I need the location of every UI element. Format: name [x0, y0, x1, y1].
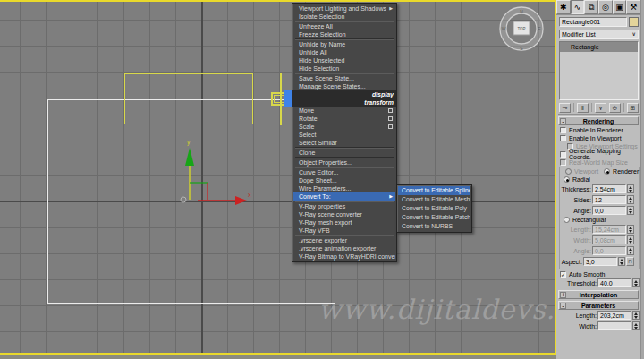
radio-row: Renderer	[600, 167, 639, 175]
spinner-down-icon[interactable]	[633, 283, 639, 286]
spinner[interactable]	[632, 321, 640, 330]
rollout-interpolation[interactable]: + Interpolation	[558, 290, 639, 299]
menu-item[interactable]: Isolate Selection	[293, 13, 395, 21]
radio-row: Viewport	[562, 167, 598, 175]
submenu-item[interactable]: Convert to NURBS	[398, 222, 470, 231]
spinner-down-icon[interactable]	[628, 200, 633, 203]
rollout-parameters[interactable]: - Parameters	[558, 301, 639, 310]
menu-item[interactable]: Move	[293, 107, 395, 115]
spinner[interactable]	[618, 257, 625, 266]
menu-item[interactable]: Freeze Selection	[293, 30, 395, 38]
panel-scrollbar[interactable]	[640, 0, 644, 359]
tab-motion[interactable]: ◎	[598, 0, 613, 14]
spinner[interactable]	[627, 195, 634, 204]
spinner[interactable]	[632, 278, 640, 287]
menu-item[interactable]: V-Ray scene converter	[293, 210, 395, 218]
gizmo-x-label: x	[248, 192, 251, 198]
create-icon: ✱	[560, 3, 567, 12]
transform-gizmo[interactable]: y x	[165, 136, 253, 211]
parameter-value-field[interactable]: 12	[592, 195, 626, 204]
menu-item[interactable]: Scale	[293, 123, 395, 131]
menu-item[interactable]: Rotate	[293, 115, 395, 123]
menu-item[interactable]: Unhide All	[293, 48, 395, 56]
spinner-down-icon[interactable]	[619, 261, 624, 265]
menu-item[interactable]: Hide Unselected	[293, 56, 395, 64]
checkbox[interactable]: ✓	[560, 271, 566, 278]
menu-item[interactable]: Select Similar	[293, 139, 395, 147]
menu-item[interactable]: V-Ray mesh export	[293, 218, 395, 227]
viewport-top[interactable]: y x N E S W TOP www.dijitaldevs.c	[0, 0, 556, 355]
remove-modifier-button[interactable]: ⊖	[609, 103, 621, 113]
spinner[interactable]	[627, 184, 634, 193]
settings-box-icon[interactable]	[388, 116, 393, 121]
pin-stack-button[interactable]: ⊸	[559, 103, 571, 113]
spinner-down-icon[interactable]	[633, 326, 639, 329]
parameter-value-field[interactable]: 3,0	[583, 257, 617, 266]
radio-button[interactable]	[604, 168, 610, 175]
tab-create[interactable]: ✱	[556, 0, 571, 14]
parameter-value-field[interactable]: 40,0	[597, 278, 631, 287]
menu-item[interactable]: Dope Sheet...	[293, 176, 395, 184]
menu-item[interactable]: Convert To:▶	[293, 192, 395, 201]
object-color-swatch[interactable]	[629, 17, 639, 27]
settings-box-icon[interactable]	[388, 124, 393, 129]
menu-item[interactable]: Manage Scene States...	[293, 82, 395, 90]
submenu-item[interactable]: Convert to Editable Poly	[398, 204, 470, 213]
checkbox[interactable]	[560, 151, 566, 158]
rollout-rendering[interactable]: - Rendering	[558, 116, 639, 125]
checkbox[interactable]	[560, 135, 566, 141]
gizmo-x-arrowhead[interactable]	[235, 196, 247, 205]
parameter-value-field[interactable]	[597, 321, 631, 330]
modifier-list-dropdown[interactable]: Modifier List ∨	[559, 30, 639, 39]
spinner[interactable]	[627, 206, 634, 215]
make-unique-button[interactable]: ⋎	[595, 103, 606, 113]
tab-hierarchy[interactable]: ⧉	[584, 0, 598, 14]
menu-item[interactable]: Curve Editor...	[293, 168, 395, 176]
radio-button[interactable]	[564, 217, 570, 223]
collapse-icon[interactable]: -	[560, 118, 566, 124]
spinner-down-icon[interactable]	[633, 315, 639, 319]
shape-rectangle-selected[interactable]	[124, 73, 253, 124]
menu-item[interactable]: Unhide by Name	[293, 40, 395, 48]
menu-item[interactable]: .vrscene exporter	[293, 236, 395, 244]
submenu-item[interactable]: Convert to Editable Patch	[398, 213, 470, 222]
view-navigation-ring[interactable]: N E S W TOP	[496, 3, 548, 55]
menu-item[interactable]: Wire Parameters...	[293, 184, 395, 192]
lock-aspect-button[interactable]: ⊓	[626, 257, 634, 266]
gizmo-y-arrowhead[interactable]	[185, 148, 194, 166]
radio-button[interactable]	[564, 176, 570, 183]
menu-item-label: Convert To:	[299, 192, 331, 201]
show-end-result-button[interactable]: ‖	[577, 103, 589, 113]
menu-item[interactable]: V-Ray VFB	[293, 227, 395, 235]
tab-display[interactable]: ▣	[613, 0, 627, 14]
checkbox[interactable]	[560, 127, 566, 133]
menu-item[interactable]: .vrscene animation exporter	[293, 244, 395, 252]
menu-item[interactable]: Hide Selection	[293, 64, 395, 73]
parameter-value-field[interactable]: 203,2cm	[597, 311, 631, 320]
spinner-down-icon[interactable]	[628, 189, 633, 192]
settings-box-icon[interactable]	[388, 108, 393, 113]
parameter-label: Threshold:	[567, 280, 597, 286]
stack-item-rectangle[interactable]: Rectangle	[560, 42, 638, 52]
menu-item[interactable]: V-Ray Bitmap to VRayHDRI converter	[293, 252, 395, 261]
menu-item[interactable]: Save Scene State...	[293, 74, 395, 82]
tab-utilities[interactable]: ⚒	[626, 0, 640, 14]
submenu-item[interactable]: Convert to Editable Mesh	[398, 195, 470, 204]
parameter-value-field[interactable]: 2,54cm	[592, 184, 626, 193]
quad-section-title: display	[372, 91, 394, 98]
collapse-icon[interactable]: -	[560, 303, 566, 309]
menu-item[interactable]: Viewport Lighting and Shadows▶	[293, 4, 395, 13]
submenu-item[interactable]: Convert to Editable Spline	[398, 186, 470, 195]
menu-item[interactable]: Select	[293, 131, 395, 139]
spinner[interactable]	[632, 311, 640, 320]
object-name-field[interactable]: Rectangle001	[559, 17, 627, 27]
spinner-down-icon[interactable]	[628, 210, 633, 214]
expand-icon[interactable]: +	[560, 292, 566, 298]
menu-item[interactable]: Clone	[293, 149, 395, 157]
menu-item[interactable]: Object Properties...	[293, 158, 395, 167]
menu-item[interactable]: V-Ray properties	[293, 202, 395, 210]
parameter-value-field[interactable]: 0,0	[592, 206, 626, 215]
configure-modifier-sets-button[interactable]: ⊞	[627, 103, 639, 113]
tab-modify[interactable]: ∿	[571, 0, 585, 14]
menu-item[interactable]: Unfreeze All	[293, 22, 395, 30]
